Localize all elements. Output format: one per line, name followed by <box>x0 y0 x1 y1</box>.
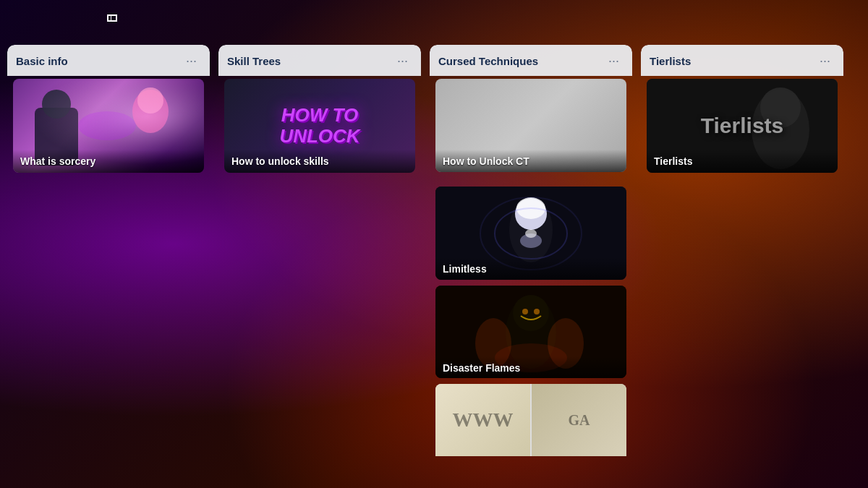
card-tierlists-main[interactable]: Tierlists Tierlists <box>647 79 838 173</box>
card-label-tierlists: Tierlists <box>647 150 838 173</box>
card-image-tierlists: Tierlists Tierlists <box>647 79 838 173</box>
column-menu-basic-info[interactable]: ··· <box>182 52 201 70</box>
svg-point-17 <box>522 309 528 314</box>
column-header-cursed-techniques: Cursed Techniques ··· <box>430 45 632 76</box>
card-label-how-to-unlock-ct: How to Unlock CT <box>435 150 626 172</box>
column-menu-skill-trees[interactable]: ··· <box>393 52 412 70</box>
card-image-manga: WWW GA <box>435 384 626 477</box>
tierlists-overlay-text: Tierlists <box>701 114 784 138</box>
svg-point-2 <box>137 87 163 114</box>
card-how-to-unlock-skills[interactable]: HOW TOUNLOCK How to unlock skills <box>224 79 415 173</box>
column-title-cursed-techniques: Cursed Techniques <box>438 55 538 67</box>
app-container: Sorcery ☆ ⟳ Board ▾ Basic info ··· <box>0 0 868 488</box>
card-label-limitless: Limitless <box>435 257 626 280</box>
svg-point-1 <box>132 90 169 133</box>
svg-point-18 <box>534 309 540 314</box>
column-menu-tierlists[interactable]: ··· <box>815 52 835 70</box>
card-limitless[interactable]: Limitless <box>435 187 626 280</box>
svg-point-5 <box>78 111 136 140</box>
card-image-sorcery: What is sorcery <box>13 79 204 173</box>
card-image-limitless: Limitless <box>435 187 626 280</box>
svg-point-4 <box>42 90 71 119</box>
column-title-basic-info: Basic info <box>16 55 68 67</box>
manga-text-left: WWW <box>453 408 514 432</box>
column-header-tierlists: Tierlists ··· <box>641 45 843 76</box>
card-label-how-to-unlock-skills: How to unlock skills <box>224 150 415 173</box>
card-label-what-is-sorcery: What is sorcery <box>13 150 204 173</box>
card-what-is-sorcery[interactable]: What is sorcery <box>13 79 204 173</box>
card-disaster-flames[interactable]: Disaster Flames <box>435 286 626 379</box>
manga-text-right: GA <box>569 412 590 429</box>
card-manga[interactable]: WWW GA <box>435 384 626 477</box>
column-header-basic-info: Basic info ··· <box>7 45 210 76</box>
column-menu-cursed-techniques[interactable]: ··· <box>604 52 624 70</box>
unlock-text-overlay: HOW TOUNLOCK <box>279 105 359 146</box>
card-image-disaster: Disaster Flames <box>435 286 626 379</box>
column-header-skill-trees: Skill Trees ··· <box>218 45 421 76</box>
card-image-unlock: HOW TOUNLOCK How to unlock skills <box>224 79 415 173</box>
card-how-to-unlock-ct[interactable]: How to Unlock CT <box>435 79 626 172</box>
board-layout-icon <box>107 14 117 22</box>
svg-rect-0 <box>13 79 204 173</box>
svg-point-16 <box>513 295 549 331</box>
svg-point-11 <box>525 229 537 238</box>
svg-rect-3 <box>35 108 78 166</box>
column-title-skill-trees: Skill Trees <box>227 55 281 67</box>
card-image-ct: How to Unlock CT <box>435 79 626 172</box>
column-title-tierlists: Tierlists <box>650 55 691 67</box>
column-cursed-techniques: Cursed Techniques ··· How to Unlock CT <box>430 45 632 486</box>
card-label-disaster-flames: Disaster Flames <box>435 356 626 379</box>
